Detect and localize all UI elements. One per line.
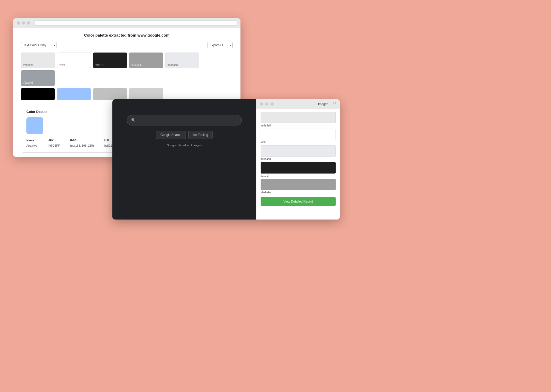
- hex-col: HEX #99C3FF: [48, 139, 60, 148]
- google-offered-link[interactable]: Français: [191, 144, 202, 147]
- name-label: Name: [26, 139, 37, 142]
- side-traffic-2: [265, 102, 268, 106]
- side-color-ffffff: #ffffff: [261, 129, 336, 144]
- rgb-value: rgb(153, 195, 255): [70, 144, 94, 147]
- swatch-label-e8e8e8: #e8e8e8: [23, 64, 33, 66]
- swatch-c0c0c0[interactable]: [93, 88, 127, 100]
- secondary-browser-window: 🔍 Google Search I'm Feeling Google offer…: [112, 99, 340, 220]
- swatch-label-ffffff: #ffffff: [59, 64, 65, 66]
- export-dropdown[interactable]: Export As... CSS JSON PNG: [207, 42, 233, 48]
- view-report-button[interactable]: View Detailed Report: [261, 197, 336, 206]
- swatch-1f1f1f[interactable]: #1f1f1f: [93, 53, 127, 68]
- side-label-9e9e9e: #9e9e9e: [261, 191, 336, 194]
- swatch-label-9e9e9e: #9e9e9e: [131, 64, 142, 66]
- name-value: Anakiwa: [26, 144, 37, 147]
- address-bar[interactable]: [35, 20, 237, 26]
- controls-row: Text Colors Only Background Colors All C…: [21, 42, 233, 48]
- hex-label: HEX: [48, 139, 60, 142]
- swatch-label-9aa0a6: #9aa0a6: [23, 81, 33, 84]
- export-dropdown-wrapper[interactable]: Export As... CSS JSON PNG ▾: [207, 42, 233, 48]
- swatch-000000[interactable]: [21, 88, 55, 100]
- side-swatch-e8e8e8[interactable]: [261, 112, 336, 123]
- swatch-e8eaed[interactable]: #e8eaed: [165, 53, 199, 68]
- side-swatch-9e9e9e[interactable]: [261, 179, 336, 190]
- swatch-99c3ff[interactable]: [57, 88, 91, 100]
- name-col: Name Anakiwa: [26, 139, 37, 148]
- side-label-1f1f1f: #1f1f1f: [261, 174, 336, 177]
- google-offered-row: Google offered in: Français: [167, 143, 202, 147]
- side-color-1f1f1f: #1f1f1f: [261, 162, 336, 177]
- images-link[interactable]: Images: [318, 102, 328, 106]
- swatches-row-1: #e8e8e8 #ffffff #1f1f1f #9e9e9e #e8eaed …: [21, 53, 233, 86]
- filter-dropdown[interactable]: Text Colors Only Background Colors All C…: [21, 42, 57, 48]
- rgb-label: RGB: [70, 139, 94, 142]
- side-label-ffffff: #ffffff: [261, 141, 336, 144]
- swatch-label-1f1f1f: #1f1f1f: [95, 64, 104, 66]
- traffic-light-close[interactable]: [17, 21, 20, 25]
- side-swatch-e8eaed[interactable]: [261, 145, 336, 157]
- swatches-row-2: [21, 88, 233, 100]
- page-title: Color palette extracted from www.google.…: [21, 33, 233, 37]
- lucky-button[interactable]: I'm Feeling: [188, 131, 213, 139]
- side-report-panel: Images ⠿ #e8e8e8 #ffffff #e8eaed #1f1f1f: [256, 99, 340, 220]
- filter-dropdown-wrapper[interactable]: Text Colors Only Background Colors All C…: [21, 42, 57, 48]
- side-label-e8eaed: #e8eaed: [261, 158, 336, 160]
- swatch-ffffff[interactable]: #ffffff: [57, 53, 91, 68]
- browser-titlebar: [13, 18, 240, 28]
- swatch-9aa0a6[interactable]: #9aa0a6: [21, 70, 55, 86]
- side-color-9e9e9e: #9e9e9e: [261, 179, 336, 194]
- rgb-col: RGB rgb(153, 195, 255): [70, 139, 94, 148]
- search-bar[interactable]: 🔍: [127, 115, 242, 125]
- hex-value: #99C3FF: [48, 144, 60, 147]
- side-report-titlebar: Images ⠿: [256, 99, 340, 109]
- swatch-9e9e9e[interactable]: #9e9e9e: [129, 53, 163, 68]
- color-preview: [26, 117, 43, 134]
- grid-icon[interactable]: ⠿: [333, 102, 336, 107]
- google-dark-panel: 🔍 Google Search I'm Feeling Google offer…: [112, 99, 256, 220]
- google-offered-text: Google offered in:: [167, 144, 190, 147]
- swatch-label-e8eaed: #e8eaed: [168, 64, 178, 66]
- side-report-content: #e8e8e8 #ffffff #e8eaed #1f1f1f #9e9e9e …: [256, 109, 340, 220]
- swatch-d0d0d0[interactable]: [129, 88, 163, 100]
- search-buttons-row: Google Search I'm Feeling: [156, 131, 213, 139]
- side-traffic-1: [260, 102, 263, 106]
- traffic-light-fullscreen[interactable]: [27, 21, 30, 25]
- side-color-e8eaed: #e8eaed: [261, 145, 336, 160]
- side-color-e8e8e8: #e8e8e8: [261, 112, 336, 127]
- swatch-e8e8e8[interactable]: #e8e8e8: [21, 53, 55, 68]
- traffic-light-minimize[interactable]: [22, 21, 25, 25]
- side-traffic-3: [271, 102, 274, 106]
- search-icon: 🔍: [131, 118, 136, 122]
- side-swatch-1f1f1f[interactable]: [261, 162, 336, 174]
- side-label-e8e8e8: #e8e8e8: [261, 124, 336, 127]
- side-swatch-ffffff[interactable]: [261, 129, 336, 140]
- google-search-button[interactable]: Google Search: [156, 131, 186, 139]
